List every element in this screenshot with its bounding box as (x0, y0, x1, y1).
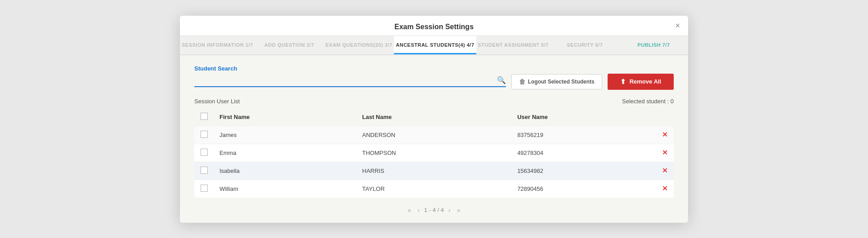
search-row: 🔍 🗑 Logout Selected Students ⬆ Remove Al… (194, 74, 674, 90)
col-first-name: First Name (214, 108, 357, 126)
row-username: 15634982 (512, 162, 656, 180)
table-header-row: First Name Last Name User Name (194, 108, 674, 126)
logout-selected-button[interactable]: 🗑 Logout Selected Students (511, 74, 602, 89)
row-first-name: Emma (214, 144, 357, 162)
row-checkbox[interactable] (201, 131, 208, 138)
trash-icon: 🗑 (519, 78, 525, 85)
tab-security[interactable]: SECURITY 6/7 (550, 36, 619, 54)
row-delete-cell: ✕ (656, 162, 674, 180)
row-checkbox[interactable] (201, 149, 208, 156)
remove-all-button[interactable]: ⬆ Remove All (608, 74, 674, 90)
search-input[interactable] (194, 77, 497, 84)
prev-page-button[interactable]: ‹ (416, 206, 421, 215)
table-row: Emma THOMPSON 49278304 ✕ (194, 144, 674, 162)
tab-ancestral-students[interactable]: ANCESTRAL STUDENTS(4) 4/7 (394, 36, 476, 54)
col-delete (656, 108, 674, 126)
page-info: 1 - 4 / 4 (424, 207, 444, 213)
search-label: Student Search (194, 65, 674, 72)
row-delete-cell: ✕ (656, 126, 674, 144)
row-checkbox-cell (194, 126, 214, 144)
exam-session-modal: Exam Session Settings × SESSION INFORMAT… (180, 16, 688, 223)
row-last-name: HARRIS (357, 162, 512, 180)
row-last-name: TAYLOR (357, 180, 512, 198)
row-username: 72890456 (512, 180, 656, 198)
modal-header: Exam Session Settings × (180, 16, 688, 36)
close-button[interactable]: × (675, 22, 680, 30)
row-last-name: ANDERSON (357, 126, 512, 144)
tab-student-assignment[interactable]: STUDENT ASSIGNMENT 5/7 (476, 36, 550, 54)
modal-title: Exam Session Settings (394, 23, 474, 31)
search-icon: 🔍 (497, 76, 506, 84)
student-table: First Name Last Name User Name James AND… (194, 108, 674, 198)
row-first-name: William (214, 180, 357, 198)
selected-count: Selected student : 0 (622, 98, 674, 105)
delete-row-button[interactable]: ✕ (662, 131, 668, 139)
select-all-header (194, 108, 214, 126)
modal-content: Student Search 🔍 🗑 Logout Selected Stude… (180, 55, 688, 223)
row-delete-cell: ✕ (656, 144, 674, 162)
delete-row-button[interactable]: ✕ (662, 167, 668, 175)
delete-row-button[interactable]: ✕ (662, 185, 668, 193)
tab-bar: SESSION INFORMATION 1/7 ADD QUESTION 2/7… (180, 36, 688, 55)
upload-icon: ⬆ (620, 78, 626, 86)
row-checkbox[interactable] (201, 185, 208, 192)
list-header-row: Session User List Selected student : 0 (194, 98, 674, 105)
row-checkbox-cell (194, 180, 214, 198)
last-page-button[interactable]: » (455, 206, 462, 215)
tab-publish[interactable]: PUBLISH 7/7 (619, 36, 688, 54)
pagination: « ‹ 1 - 4 / 4 › » (194, 206, 674, 215)
row-username: 83756219 (512, 126, 656, 144)
row-username: 49278304 (512, 144, 656, 162)
first-page-button[interactable]: « (406, 206, 413, 215)
row-first-name: James (214, 126, 357, 144)
search-input-wrap: 🔍 (194, 76, 506, 87)
table-row: James ANDERSON 83756219 ✕ (194, 126, 674, 144)
tab-session-information[interactable]: SESSION INFORMATION 1/7 (180, 36, 255, 54)
row-checkbox-cell (194, 144, 214, 162)
table-row: Isabella HARRIS 15634982 ✕ (194, 162, 674, 180)
tab-exam-questions[interactable]: EXAM QUESTIONS(20) 3/7 (324, 36, 394, 54)
row-checkbox-cell (194, 162, 214, 180)
delete-row-button[interactable]: ✕ (662, 149, 668, 157)
col-last-name: Last Name (357, 108, 512, 126)
row-first-name: Isabella (214, 162, 357, 180)
row-checkbox[interactable] (201, 167, 208, 174)
select-all-checkbox[interactable] (201, 113, 208, 120)
tab-add-question[interactable]: ADD QUESTION 2/7 (255, 36, 324, 54)
row-last-name: THOMPSON (357, 144, 512, 162)
next-page-button[interactable]: › (447, 206, 452, 215)
list-title: Session User List (194, 98, 240, 105)
table-row: William TAYLOR 72890456 ✕ (194, 180, 674, 198)
col-username: User Name (512, 108, 656, 126)
row-delete-cell: ✕ (656, 180, 674, 198)
